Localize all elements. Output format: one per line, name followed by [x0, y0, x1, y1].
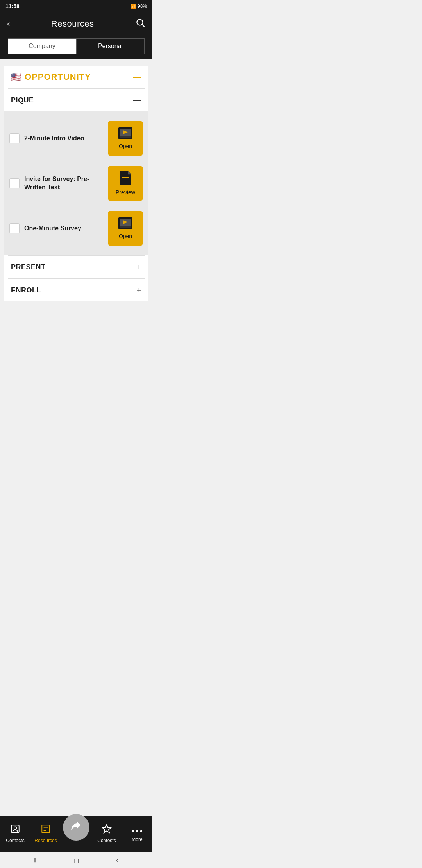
- item1-action-label: Open: [119, 143, 132, 149]
- status-bar: 11:58 📶 98%: [0, 0, 152, 13]
- tab-personal[interactable]: Personal: [76, 38, 145, 54]
- battery-icon: 98%: [138, 4, 147, 9]
- item2-checkbox[interactable]: [9, 178, 20, 188]
- opportunity-title: OPPORTUNITY: [25, 72, 91, 82]
- item1-checkbox[interactable]: [9, 133, 20, 143]
- item1-label: 2-Minute Intro Video: [24, 135, 103, 143]
- enroll-expand-btn[interactable]: +: [136, 285, 141, 295]
- item3-checkbox[interactable]: [9, 223, 20, 233]
- status-time: 11:58: [5, 3, 20, 9]
- svg-line-1: [142, 25, 145, 27]
- opportunity-section: 🇺🇸 OPPORTUNITY — PIQUE — 2-Minute Intro …: [4, 66, 148, 301]
- bottom-spacer: [4, 305, 148, 344]
- list-item: One-Minute Survey Open: [9, 206, 143, 251]
- item3-action-label: Open: [119, 233, 132, 239]
- item3-open-button[interactable]: Open: [108, 211, 143, 246]
- present-title: PRESENT: [11, 263, 46, 271]
- status-indicators: 📶 98%: [131, 4, 147, 9]
- opportunity-header: 🇺🇸 OPPORTUNITY —: [4, 66, 148, 88]
- wifi-icon: 📶: [131, 4, 136, 9]
- svg-rect-5: [120, 136, 131, 138]
- item1-open-button[interactable]: Open: [108, 121, 143, 156]
- page-title: Resources: [51, 19, 94, 29]
- list-item: 2-Minute Intro Video Open: [9, 116, 143, 161]
- pique-collapse-btn[interactable]: —: [133, 95, 141, 105]
- pique-items-list: 2-Minute Intro Video Open: [4, 111, 148, 255]
- opportunity-collapse-btn[interactable]: —: [133, 72, 141, 82]
- header: ‹ Resources: [0, 13, 152, 35]
- item2-label: Invite for Survey: Pre-Written Text: [24, 175, 103, 192]
- svg-rect-7: [122, 177, 129, 178]
- enroll-section-header[interactable]: ENROLL +: [4, 279, 148, 301]
- svg-rect-8: [122, 179, 129, 179]
- present-section-header[interactable]: PRESENT +: [4, 256, 148, 278]
- item2-preview-button[interactable]: Preview: [108, 166, 143, 201]
- main-content: 🇺🇸 OPPORTUNITY — PIQUE — 2-Minute Intro …: [0, 59, 152, 350]
- pique-title: PIQUE: [11, 96, 34, 104]
- media-icon: [118, 217, 132, 231]
- tab-company[interactable]: Company: [8, 38, 76, 54]
- pique-section-header[interactable]: PIQUE —: [4, 89, 148, 111]
- enroll-title: ENROLL: [11, 286, 41, 294]
- item3-label: One-Minute Survey: [24, 224, 103, 233]
- item2-action-label: Preview: [116, 189, 135, 195]
- list-item: Invite for Survey: Pre-Written Text Prev…: [9, 161, 143, 206]
- media-icon: [118, 127, 132, 141]
- present-expand-btn[interactable]: +: [136, 262, 141, 272]
- tab-bar: Company Personal: [0, 35, 152, 59]
- back-button[interactable]: ‹: [7, 19, 10, 29]
- doc-icon: [120, 171, 131, 187]
- svg-rect-9: [122, 181, 127, 181]
- flag-icon: 🇺🇸: [11, 72, 21, 82]
- search-button[interactable]: [135, 18, 145, 30]
- svg-rect-13: [120, 226, 131, 228]
